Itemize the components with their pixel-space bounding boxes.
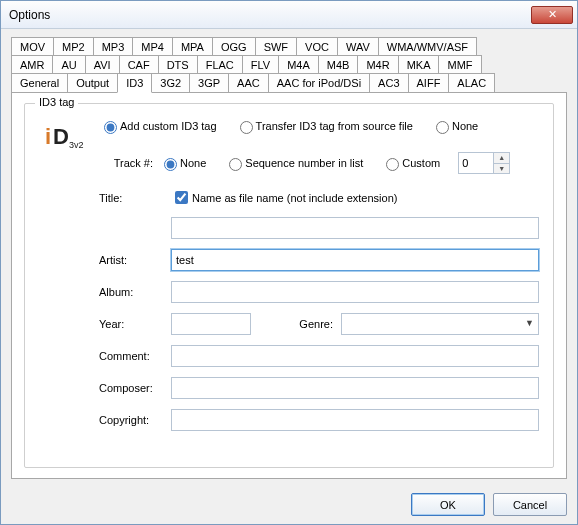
tab-mp2[interactable]: MP2 xyxy=(53,37,94,56)
radio-add-custom[interactable]: Add custom ID3 tag xyxy=(99,118,217,134)
spin-down-icon[interactable]: ▼ xyxy=(493,164,509,174)
title-input-row xyxy=(99,217,539,239)
radio-track-none[interactable]: None xyxy=(159,155,206,171)
tab-wma-wmv-asf[interactable]: WMA/WMV/ASF xyxy=(378,37,477,56)
genre-label: Genre: xyxy=(291,318,341,330)
radio-transfer-input[interactable] xyxy=(240,121,253,134)
artist-row: Artist: xyxy=(99,249,539,271)
tab-ogg[interactable]: OGG xyxy=(212,37,256,56)
chevron-down-icon: ▼ xyxy=(525,318,534,328)
comment-label: Comment: xyxy=(99,350,171,362)
content-area: MOVMP2MP3MP4MPAOGGSWFVOCWAVWMA/WMV/ASFAM… xyxy=(1,29,577,485)
comment-input[interactable] xyxy=(171,345,539,367)
radio-add-custom-label: Add custom ID3 tag xyxy=(120,120,217,132)
tab-mov[interactable]: MOV xyxy=(11,37,54,56)
tab-aac-for-ipod-dsi[interactable]: AAC for iPod/DSi xyxy=(268,73,370,93)
id3-fieldset: ID3 tag iD3v2 Add custom ID3 tag Transfe… xyxy=(24,103,554,468)
cancel-button[interactable]: Cancel xyxy=(493,493,567,516)
radio-none-input[interactable] xyxy=(436,121,449,134)
track-row: Track #: None Sequence number in list Cu… xyxy=(99,152,539,174)
year-label: Year: xyxy=(99,318,171,330)
tab-mp3[interactable]: MP3 xyxy=(93,37,134,56)
radio-none-label: None xyxy=(452,120,478,132)
tab-3gp[interactable]: 3GP xyxy=(189,73,229,93)
window-title: Options xyxy=(9,8,531,22)
tab-aac[interactable]: AAC xyxy=(228,73,269,93)
genre-combo[interactable]: ▼ xyxy=(341,313,539,335)
tab-mmf[interactable]: MMF xyxy=(438,55,481,74)
tab-id3[interactable]: ID3 xyxy=(117,73,152,93)
radio-add-custom-input[interactable] xyxy=(104,121,117,134)
composer-row: Composer: xyxy=(99,377,539,399)
copyright-input[interactable] xyxy=(171,409,539,431)
composer-label: Composer: xyxy=(99,382,171,394)
tab-general[interactable]: General xyxy=(11,73,68,93)
artist-label: Artist: xyxy=(99,254,171,266)
radio-track-seq[interactable]: Sequence number in list xyxy=(224,155,363,171)
comment-row: Comment: xyxy=(99,345,539,367)
tab-3g2[interactable]: 3G2 xyxy=(151,73,190,93)
track-label: Track #: xyxy=(99,157,159,169)
composer-input[interactable] xyxy=(171,377,539,399)
tab-m4a[interactable]: M4A xyxy=(278,55,319,74)
copyright-label: Copyright: xyxy=(99,414,171,426)
tab-au[interactable]: AU xyxy=(52,55,85,74)
title-input[interactable] xyxy=(171,217,539,239)
tab-m4r[interactable]: M4R xyxy=(357,55,398,74)
ok-button[interactable]: OK xyxy=(411,493,485,516)
tab-amr[interactable]: AMR xyxy=(11,55,53,74)
album-row: Album: xyxy=(99,281,539,303)
titlebar: Options ✕ xyxy=(1,1,577,29)
track-spinner[interactable]: ▲▼ xyxy=(458,152,510,174)
album-label: Album: xyxy=(99,286,171,298)
fieldset-legend: ID3 tag xyxy=(35,96,78,108)
tab-panel-id3: ID3 tag iD3v2 Add custom ID3 tag Transfe… xyxy=(11,92,567,479)
tab-m4b[interactable]: M4B xyxy=(318,55,359,74)
title-row: Title: Name as file name (not include ex… xyxy=(99,188,539,207)
tab-aiff[interactable]: AIFF xyxy=(408,73,450,93)
tab-flac[interactable]: FLAC xyxy=(197,55,243,74)
radio-track-custom[interactable]: Custom xyxy=(381,155,440,171)
tab-dts[interactable]: DTS xyxy=(158,55,198,74)
copyright-row: Copyright: xyxy=(99,409,539,431)
artist-input[interactable] xyxy=(171,249,539,271)
title-label: Title: xyxy=(99,192,171,204)
tab-alac[interactable]: ALAC xyxy=(448,73,495,93)
tab-swf[interactable]: SWF xyxy=(255,37,297,56)
tab-avi[interactable]: AVI xyxy=(85,55,120,74)
spin-up-icon[interactable]: ▲ xyxy=(493,153,509,164)
album-input[interactable] xyxy=(171,281,539,303)
track-spinner-input[interactable] xyxy=(459,153,493,173)
tab-mpa[interactable]: MPA xyxy=(172,37,213,56)
tab-mp4[interactable]: MP4 xyxy=(132,37,173,56)
title-filename-checkbox[interactable]: Name as file name (not include extension… xyxy=(171,188,397,207)
close-icon[interactable]: ✕ xyxy=(531,6,573,24)
radio-transfer[interactable]: Transfer ID3 tag from source file xyxy=(235,118,413,134)
tab-mka[interactable]: MKA xyxy=(398,55,440,74)
radio-transfer-label: Transfer ID3 tag from source file xyxy=(256,120,413,132)
tab-ac3[interactable]: AC3 xyxy=(369,73,408,93)
tab-strip: MOVMP2MP3MP4MPAOGGSWFVOCWAVWMA/WMV/ASFAM… xyxy=(11,37,567,92)
tab-caf[interactable]: CAF xyxy=(119,55,159,74)
year-input[interactable] xyxy=(171,313,251,335)
tab-flv[interactable]: FLV xyxy=(242,55,279,74)
title-filename-checkbox-label: Name as file name (not include extension… xyxy=(192,192,397,204)
tab-wav[interactable]: WAV xyxy=(337,37,379,56)
year-genre-row: Year: Genre: ▼ xyxy=(99,313,539,335)
id3-mode-group: Add custom ID3 tag Transfer ID3 tag from… xyxy=(99,118,539,134)
options-dialog: Options ✕ MOVMP2MP3MP4MPAOGGSWFVOCWAVWMA… xyxy=(0,0,578,525)
id3-icon: iD3v2 xyxy=(45,128,75,158)
dialog-footer: OK Cancel xyxy=(1,485,577,524)
title-filename-checkbox-input[interactable] xyxy=(175,191,188,204)
radio-none[interactable]: None xyxy=(431,118,478,134)
tab-voc[interactable]: VOC xyxy=(296,37,338,56)
tab-output[interactable]: Output xyxy=(67,73,118,93)
